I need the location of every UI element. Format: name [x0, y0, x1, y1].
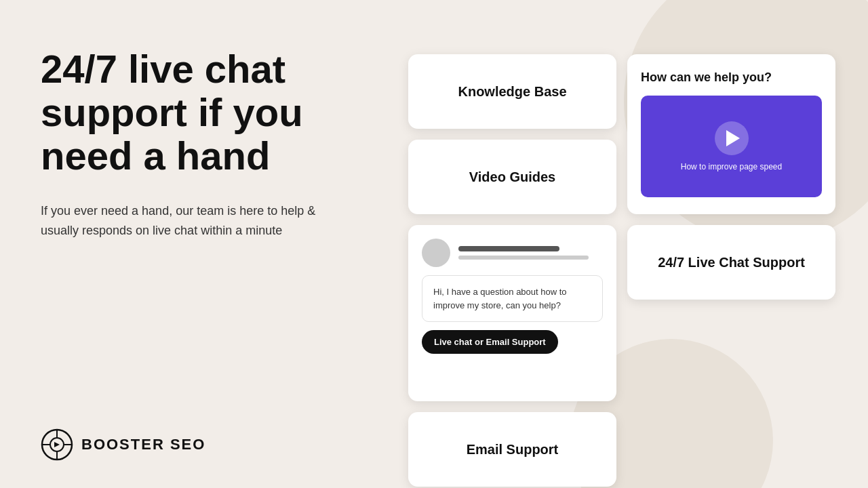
video-thumbnail[interactable]: How to improve page speed [641, 96, 822, 197]
chat-header-lines [458, 246, 603, 260]
video-title: How to improve page speed [681, 162, 782, 171]
chat-card: Hi, I have a question about how to impro… [408, 225, 616, 401]
chat-bubble-text: Hi, I have a question about how to impro… [433, 287, 567, 310]
video-guides-card[interactable]: Video Guides [408, 140, 616, 214]
sub-text: If you ever need a hand, our team is her… [41, 201, 326, 241]
chat-cta-button[interactable]: Live chat or Email Support [422, 330, 558, 354]
booster-seo-logo-icon [41, 428, 73, 461]
logo-area: BOOSTER SEO [41, 428, 205, 461]
chat-avatar [422, 239, 450, 267]
chat-bubble: Hi, I have a question about how to impro… [422, 275, 603, 322]
email-support-label: Email Support [467, 442, 559, 458]
main-heading: 24/7 live chat support if you need a han… [41, 47, 366, 177]
email-support-card[interactable]: Email Support [408, 412, 616, 487]
chat-line-dark [458, 246, 559, 251]
knowledge-base-card[interactable]: Knowledge Base [408, 54, 616, 129]
left-section: 24/7 live chat support if you need a han… [41, 47, 366, 241]
play-icon [726, 130, 740, 146]
live-chat-support-card[interactable]: 24/7 Live Chat Support [627, 225, 835, 300]
logo-text: BOOSTER SEO [81, 436, 205, 453]
video-guides-label: Video Guides [469, 169, 555, 185]
help-card-title: How can we help you? [641, 70, 772, 85]
knowledge-base-label: Knowledge Base [458, 84, 566, 100]
right-grid: Knowledge Base How can we help you? How … [408, 54, 835, 487]
chat-line-light [458, 256, 589, 260]
chat-header [422, 239, 603, 267]
help-card[interactable]: How can we help you? How to improve page… [627, 54, 835, 214]
live-chat-support-label: 24/7 Live Chat Support [658, 255, 805, 270]
play-button[interactable] [715, 121, 749, 155]
